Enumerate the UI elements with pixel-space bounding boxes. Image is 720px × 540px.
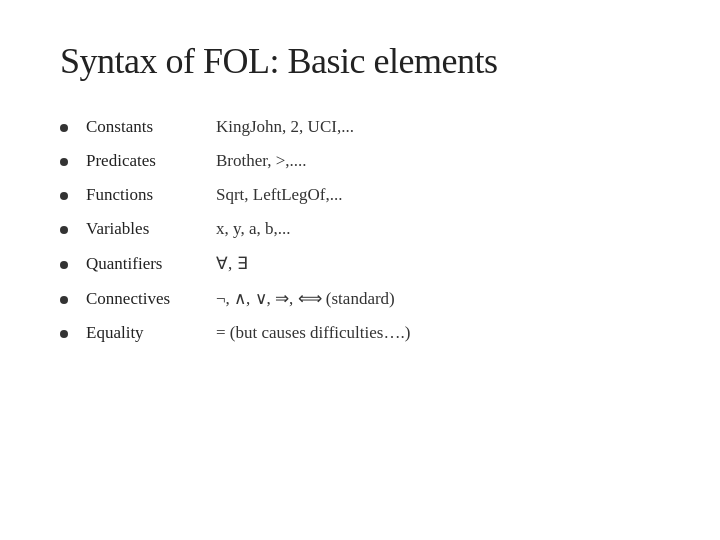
bullet-value: Brother, >,.... bbox=[216, 151, 307, 171]
bullet-label: Predicates bbox=[86, 151, 216, 171]
bullet-dot-icon bbox=[60, 296, 68, 304]
slide: Syntax of FOL: Basic elements ConstantsK… bbox=[0, 0, 720, 540]
bullet-dot-icon bbox=[60, 192, 68, 200]
bullet-value: ∀, ∃ bbox=[216, 253, 248, 274]
bullet-item: Variablesx, y, a, b,... bbox=[60, 212, 660, 246]
bullet-item: Connectives¬, ∧, ∨, ⇒, ⟺ (standard) bbox=[60, 281, 660, 316]
bullet-value: ¬, ∧, ∨, ⇒, ⟺ (standard) bbox=[216, 288, 395, 309]
bullet-list: ConstantsKingJohn, 2, UCI,...PredicatesB… bbox=[60, 110, 660, 350]
bullet-label: Constants bbox=[86, 117, 216, 137]
bullet-label: Connectives bbox=[86, 289, 216, 309]
bullet-dot-icon bbox=[60, 124, 68, 132]
bullet-item: FunctionsSqrt, LeftLegOf,... bbox=[60, 178, 660, 212]
bullet-dot-icon bbox=[60, 330, 68, 338]
slide-title: Syntax of FOL: Basic elements bbox=[60, 40, 660, 82]
bullet-item: PredicatesBrother, >,.... bbox=[60, 144, 660, 178]
bullet-value: KingJohn, 2, UCI,... bbox=[216, 117, 354, 137]
bullet-label: Quantifiers bbox=[86, 254, 216, 274]
bullet-label: Variables bbox=[86, 219, 216, 239]
bullet-label: Functions bbox=[86, 185, 216, 205]
bullet-item: Equality= (but causes difficulties….) bbox=[60, 316, 660, 350]
bullet-dot-icon bbox=[60, 158, 68, 166]
bullet-value: = (but causes difficulties….) bbox=[216, 323, 410, 343]
bullet-value: Sqrt, LeftLegOf,... bbox=[216, 185, 343, 205]
bullet-item: Quantifiers∀, ∃ bbox=[60, 246, 660, 281]
bullet-item: ConstantsKingJohn, 2, UCI,... bbox=[60, 110, 660, 144]
bullet-label: Equality bbox=[86, 323, 216, 343]
bullet-dot-icon bbox=[60, 261, 68, 269]
bullet-value: x, y, a, b,... bbox=[216, 219, 290, 239]
bullet-dot-icon bbox=[60, 226, 68, 234]
